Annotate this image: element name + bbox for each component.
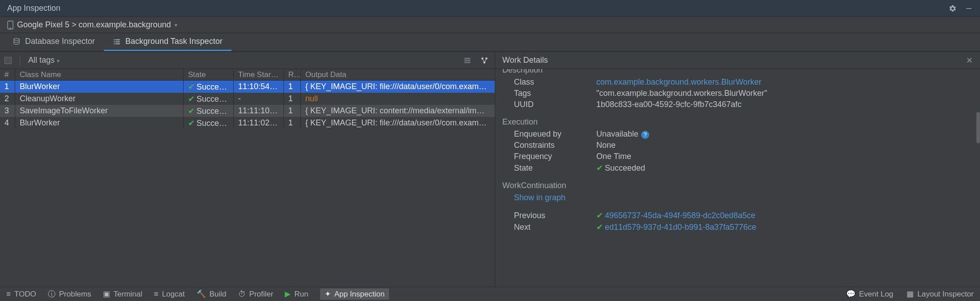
cell-time: 11:11:02 PM	[234, 117, 284, 129]
cell-index: 3	[0, 105, 15, 117]
divider	[20, 56, 20, 65]
run-tab[interactable]: ▶Run	[285, 289, 308, 299]
section-workcontinuation: WorkContinuation	[502, 181, 973, 190]
check-icon: ✔	[596, 163, 603, 172]
minimize-icon[interactable]	[965, 4, 973, 13]
layout-inspector-tab[interactable]: ▦Layout Inspector	[907, 289, 974, 299]
section-execution: Execution	[502, 117, 973, 127]
details-title: Work Details	[502, 56, 548, 65]
graph-view-icon[interactable]	[480, 56, 488, 64]
col-classname[interactable]: Class Name	[15, 69, 184, 80]
label-previous: Previous	[502, 211, 596, 220]
event-log-tab[interactable]: 💬Event Log	[846, 289, 894, 299]
select-all-checkbox[interactable]	[4, 57, 12, 64]
build-icon: 🔨	[197, 289, 206, 299]
value-class[interactable]: com.example.background.workers.BlurWorke…	[596, 77, 762, 87]
terminal-tab[interactable]: ▣Terminal	[103, 289, 142, 299]
col-output[interactable]: Output Data	[301, 69, 495, 80]
cell-index: 2	[0, 93, 15, 105]
value-constraints: None	[596, 141, 616, 150]
svg-rect-11	[464, 60, 471, 61]
cell-output: { KEY_IMAGE_URI: content://media/externa…	[301, 105, 495, 117]
cell-classname: SaveImageToFileWorker	[15, 105, 184, 117]
svg-point-3	[14, 38, 19, 40]
cell-state: ✔Succee…	[184, 93, 234, 105]
label-tags: Tags	[502, 89, 596, 98]
check-icon: ✔	[188, 119, 195, 128]
cell-index: 1	[0, 81, 15, 93]
svg-rect-2	[9, 28, 11, 29]
tags-filter[interactable]: All tags ▾	[28, 56, 60, 65]
label-enqueued: Enqueued by	[502, 129, 596, 139]
col-index[interactable]: #	[0, 69, 15, 80]
info-icon[interactable]: ?	[641, 131, 649, 139]
label-state: State	[502, 163, 596, 173]
value-enqueued: Unavailable?	[596, 129, 649, 139]
svg-rect-0	[966, 8, 971, 9]
check-icon: ✔	[596, 223, 603, 232]
label-next: Next	[502, 223, 596, 232]
panel-title: App Inspection	[7, 4, 60, 13]
close-icon[interactable]: ✕	[966, 56, 973, 65]
label-constraints: Constraints	[502, 141, 596, 150]
cell-classname: CleanupWorker	[15, 93, 184, 105]
profiler-icon: ⏱	[238, 290, 246, 299]
profiler-tab[interactable]: ⏱Profiler	[238, 290, 274, 299]
table-row[interactable]: 1BlurWorker✔Succee…11:10:54 PM1{ KEY_IMA…	[0, 81, 495, 93]
terminal-icon: ▣	[103, 289, 110, 299]
cell-state: ✔Succee…	[184, 81, 234, 93]
chevron-down-icon: ▾	[57, 58, 60, 64]
cell-retries: 1	[284, 105, 301, 117]
col-state[interactable]: State	[184, 69, 234, 80]
value-uuid: 1b08c833-ea00-4592-9cfc-9fb7c3467afc	[596, 100, 741, 109]
table-row[interactable]: 4BlurWorker✔Succee…11:11:02 PM1{ KEY_IMA…	[0, 117, 495, 129]
show-in-graph-link[interactable]: Show in graph	[502, 193, 596, 202]
cell-classname: BlurWorker	[15, 81, 184, 93]
table-view-icon[interactable]	[463, 56, 471, 64]
table-row[interactable]: 2CleanupWorker✔Succee…-1null	[0, 93, 495, 105]
gear-icon[interactable]	[949, 4, 957, 13]
app-inspection-tab[interactable]: ✦App Inspection	[320, 288, 389, 300]
svg-rect-8	[114, 43, 115, 44]
svg-rect-7	[116, 41, 120, 42]
value-frequency: One Time	[596, 152, 631, 161]
cell-retries: 1	[284, 117, 301, 129]
build-tab[interactable]: 🔨Build	[197, 289, 227, 299]
col-time[interactable]: Time Started	[234, 69, 284, 80]
cell-state: ✔Succee…	[184, 105, 234, 117]
tab-database-inspector[interactable]: Database Inspector	[4, 33, 104, 51]
section-description: Description	[502, 69, 973, 75]
todo-tab[interactable]: ≡TODO	[6, 290, 36, 299]
value-previous[interactable]: ✔49656737-45da-494f-9589-dc2c0ed8a5ce	[596, 211, 755, 220]
cell-retries: 1	[284, 93, 301, 105]
logcat-tab[interactable]: ≡Logcat	[154, 290, 185, 299]
tab-background-task-inspector[interactable]: Background Task Inspector	[104, 33, 231, 51]
svg-rect-10	[464, 58, 471, 59]
cell-time: 11:10:54 PM	[234, 81, 284, 93]
layout-inspector-icon: ▦	[907, 289, 914, 299]
value-state: ✔Succeeded	[596, 163, 645, 173]
scrollbar-thumb[interactable]	[976, 112, 980, 143]
logcat-icon: ≡	[154, 290, 158, 299]
label-class: Class	[502, 77, 596, 87]
inspect-icon: ✦	[325, 289, 331, 299]
value-next[interactable]: ✔ed11d579-937d-41d0-b991-8a37fa5776ce	[596, 222, 756, 232]
chevron-down-icon[interactable]: ▾	[175, 22, 177, 28]
label-frequency: Frequency	[502, 152, 596, 161]
device-selector[interactable]: Google Pixel 5 > com.example.background	[17, 20, 171, 30]
cell-state: ✔Succee…	[184, 117, 234, 129]
svg-rect-5	[116, 39, 120, 40]
svg-rect-4	[114, 39, 115, 40]
cell-output: { KEY_IMAGE_URI: file:///data/user/0/com…	[301, 117, 495, 129]
check-icon: ✔	[596, 211, 603, 220]
problems-icon: ⓘ	[48, 289, 56, 299]
svg-rect-9	[116, 43, 120, 44]
value-tags: "com.example.background.workers.BlurWork…	[596, 89, 767, 98]
label-uuid: UUID	[502, 100, 596, 109]
col-retries[interactable]: Re…	[284, 69, 301, 80]
problems-tab[interactable]: ⓘProblems	[48, 289, 91, 299]
run-icon: ▶	[285, 289, 291, 299]
table-row[interactable]: 3SaveImageToFileWorker✔Succee…11:11:10 P…	[0, 105, 495, 117]
cell-time: 11:11:10 PM	[234, 105, 284, 117]
event-log-icon: 💬	[846, 289, 856, 299]
